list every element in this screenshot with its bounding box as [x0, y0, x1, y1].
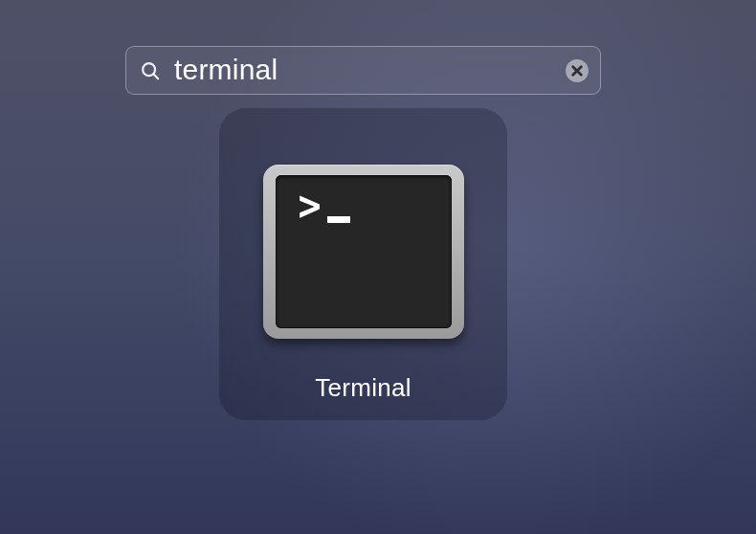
launchpad-search-bar[interactable]: [125, 46, 601, 95]
svg-line-1: [153, 74, 158, 78]
search-icon: [140, 60, 161, 81]
app-result-terminal[interactable]: > Terminal: [219, 108, 507, 420]
clear-search-button[interactable]: [564, 57, 590, 84]
close-icon: [565, 58, 589, 83]
app-label: Terminal: [315, 373, 411, 403]
terminal-app-icon: >: [263, 165, 464, 339]
search-input[interactable]: [161, 48, 564, 94]
